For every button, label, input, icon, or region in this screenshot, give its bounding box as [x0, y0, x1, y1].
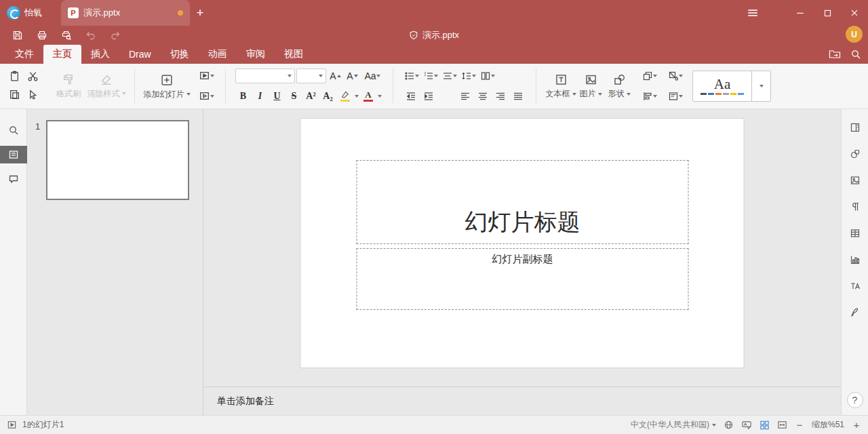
menu-item-transition[interactable]: 切换: [161, 45, 199, 64]
add-slide-button[interactable]: 添加幻灯片: [144, 67, 189, 104]
increase-indent-button[interactable]: [420, 87, 437, 104]
language-selector[interactable]: 中文(中华人民共和国): [631, 419, 716, 431]
slides-panel-button[interactable]: [0, 146, 27, 163]
shape-button[interactable]: 形状: [606, 67, 633, 104]
clear-style-button[interactable]: 清除样式: [88, 67, 125, 104]
subscript-button[interactable]: A₂: [320, 87, 336, 104]
design-style-expand-button[interactable]: [752, 71, 771, 102]
textbox-label: 文本框: [546, 88, 570, 100]
save-button[interactable]: [5, 26, 30, 44]
font-color-dropdown-icon[interactable]: [378, 95, 382, 98]
align-center-button[interactable]: [475, 87, 491, 104]
ink-panel-button[interactable]: [847, 307, 863, 319]
spellcheck-button[interactable]: [741, 420, 752, 430]
menu-item-draw[interactable]: Draw: [119, 45, 161, 64]
format-painter-button[interactable]: 格式刷: [50, 67, 87, 104]
print-preview-button[interactable]: [54, 26, 79, 44]
slideshow-from-current-button[interactable]: [197, 87, 216, 104]
close-button[interactable]: [841, 0, 868, 26]
app-logo-icon[interactable]: [7, 6, 20, 20]
slide-thumbnail[interactable]: [46, 120, 189, 200]
copy-button[interactable]: [5, 85, 24, 104]
grow-font-button[interactable]: A: [328, 67, 343, 84]
menubar-right-tools: [829, 45, 868, 64]
highlight-color-dropdown-icon[interactable]: [355, 95, 359, 98]
help-button[interactable]: ?: [847, 392, 863, 408]
print-button[interactable]: [30, 26, 54, 44]
menu-item-animation[interactable]: 动画: [199, 45, 237, 64]
select-button[interactable]: [24, 85, 42, 104]
chart-panel-button[interactable]: [847, 254, 863, 266]
superscript-button[interactable]: A²: [303, 87, 319, 104]
change-case-button[interactable]: Aa: [361, 67, 383, 84]
textbox-button[interactable]: 文本框: [546, 67, 576, 104]
find-button[interactable]: [0, 121, 27, 139]
bullets-dropdown-icon: [415, 75, 419, 77]
font-size-select[interactable]: [296, 68, 326, 83]
highlight-color-button[interactable]: [337, 87, 353, 104]
arrange-button[interactable]: [641, 67, 658, 84]
new-tab-button[interactable]: +: [190, 6, 210, 20]
menu-item-review[interactable]: 审阅: [237, 45, 275, 64]
undo-button[interactable]: [79, 26, 103, 44]
columns-button[interactable]: [479, 67, 496, 84]
bullets-button[interactable]: [403, 67, 420, 84]
share-folder-button[interactable]: [829, 49, 841, 60]
numbering-button[interactable]: [422, 67, 439, 84]
justify-button[interactable]: [510, 87, 526, 104]
decrease-indent-button[interactable]: [403, 87, 419, 104]
statusbar-right: 中文(中华人民共和国) − 缩放%51 +: [631, 419, 861, 431]
slide-editing-surface[interactable]: 幻灯片标题 幻灯片副标题: [301, 119, 744, 368]
image-panel-button[interactable]: [847, 174, 863, 186]
slideshow-from-beginning-button[interactable]: [197, 67, 216, 84]
zoom-out-button[interactable]: −: [795, 419, 804, 431]
zoom-in-button[interactable]: +: [852, 419, 861, 431]
italic-button[interactable]: I: [252, 87, 268, 104]
menu-item-view[interactable]: 视图: [275, 45, 313, 64]
hamburger-menu-icon[interactable]: [739, 0, 766, 26]
object-properties-panel-button[interactable]: [847, 121, 863, 134]
fill-color-button[interactable]: [667, 67, 684, 84]
text-effects-panel-button[interactable]: [847, 280, 863, 292]
animation-panel-button[interactable]: [847, 148, 863, 160]
font-color-button[interactable]: A: [360, 87, 376, 104]
design-style-preview[interactable]: Aa: [692, 71, 752, 102]
input-language-globe-icon[interactable]: [724, 420, 734, 430]
maximize-button[interactable]: [814, 0, 841, 26]
menu-item-home[interactable]: 主页: [43, 45, 81, 64]
paragraph-panel-button[interactable]: [847, 201, 863, 213]
font-name-select[interactable]: [235, 68, 295, 83]
cut-button[interactable]: [24, 67, 42, 85]
slide-layout-button[interactable]: [667, 87, 684, 104]
line-spacing-button[interactable]: [460, 67, 477, 84]
menu-item-file[interactable]: 文件: [5, 45, 43, 64]
ribbon-divider: [393, 68, 393, 103]
menu-item-insert[interactable]: 插入: [81, 45, 119, 64]
fit-window-button[interactable]: [777, 420, 787, 430]
picture-button[interactable]: 图片: [577, 67, 604, 104]
align-left-button[interactable]: [457, 87, 473, 104]
avatar[interactable]: U: [846, 26, 863, 43]
notes-pane[interactable]: 单击添加备注: [203, 387, 841, 415]
strikethrough-button[interactable]: S: [286, 87, 302, 104]
document-tab[interactable]: P 演示.pptx: [61, 0, 190, 26]
comments-panel-button[interactable]: [0, 170, 27, 188]
redo-button[interactable]: [103, 26, 127, 44]
minimize-button[interactable]: [787, 0, 814, 26]
title-placeholder[interactable]: 幻灯片标题: [357, 160, 689, 244]
bold-button[interactable]: B: [235, 87, 251, 104]
slide-number: 1: [35, 121, 40, 132]
underline-button[interactable]: U: [269, 87, 285, 104]
slideshow-play-button[interactable]: [7, 420, 17, 430]
table-panel-button[interactable]: [847, 227, 863, 239]
paste-button[interactable]: [5, 67, 24, 85]
shrink-font-button[interactable]: A: [344, 67, 360, 84]
ppt-file-icon: P: [68, 7, 79, 18]
normal-view-button[interactable]: [760, 420, 770, 430]
align-objects-button[interactable]: [641, 87, 658, 104]
subtitle-placeholder[interactable]: 幻灯片副标题: [357, 248, 689, 310]
text-direction-button[interactable]: [441, 67, 458, 84]
search-icon[interactable]: [850, 49, 861, 60]
slide-canvas[interactable]: 幻灯片标题 幻灯片副标题: [203, 109, 841, 387]
align-right-button[interactable]: [492, 87, 509, 104]
